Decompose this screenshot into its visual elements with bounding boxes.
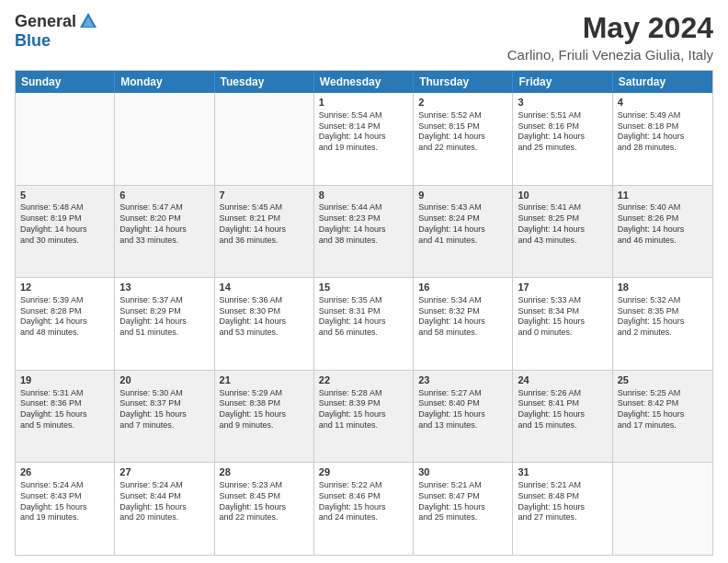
cell-info: Sunrise: 5:24 AM Sunset: 8:43 PM Dayligh… <box>20 480 109 523</box>
logo-general: General <box>15 12 76 31</box>
calendar-cell <box>613 463 712 555</box>
cell-number: 11 <box>618 189 708 202</box>
cell-number: 23 <box>418 373 507 387</box>
calendar-cell: 14Sunrise: 5:36 AM Sunset: 8:30 PM Dayli… <box>215 278 314 370</box>
cell-number: 26 <box>20 465 109 479</box>
cell-number: 29 <box>319 465 408 479</box>
calendar-cell: 17Sunrise: 5:33 AM Sunset: 8:34 PM Dayli… <box>513 278 612 370</box>
cell-number: 30 <box>418 465 507 479</box>
calendar-cell: 7Sunrise: 5:45 AM Sunset: 8:21 PM Daylig… <box>215 186 314 278</box>
cell-number: 6 <box>119 189 209 202</box>
calendar-cell: 15Sunrise: 5:35 AM Sunset: 8:31 PM Dayli… <box>314 278 414 370</box>
calendar-cell: 24Sunrise: 5:26 AM Sunset: 8:41 PM Dayli… <box>513 371 612 463</box>
cell-info: Sunrise: 5:22 AM Sunset: 8:46 PM Dayligh… <box>319 480 408 523</box>
calendar-cell: 1Sunrise: 5:54 AM Sunset: 8:14 PM Daylig… <box>314 93 414 185</box>
cell-info: Sunrise: 5:24 AM Sunset: 8:44 PM Dayligh… <box>119 480 209 523</box>
cell-info: Sunrise: 5:52 AM Sunset: 8:15 PM Dayligh… <box>418 110 507 154</box>
calendar-cell: 9Sunrise: 5:43 AM Sunset: 8:24 PM Daylig… <box>414 186 513 278</box>
cell-number: 4 <box>618 96 708 109</box>
cell-info: Sunrise: 5:29 AM Sunset: 8:38 PM Dayligh… <box>220 388 309 431</box>
cell-number: 7 <box>220 189 309 202</box>
calendar-cell <box>16 93 115 185</box>
calendar-cell: 31Sunrise: 5:21 AM Sunset: 8:48 PM Dayli… <box>513 463 612 555</box>
calendar-cell: 2Sunrise: 5:52 AM Sunset: 8:15 PM Daylig… <box>414 93 513 185</box>
cell-number: 13 <box>119 281 209 294</box>
cell-info: Sunrise: 5:39 AM Sunset: 8:28 PM Dayligh… <box>20 295 109 339</box>
day-header: Saturday <box>613 71 712 93</box>
cell-number: 22 <box>319 373 408 387</box>
cell-info: Sunrise: 5:43 AM Sunset: 8:24 PM Dayligh… <box>418 202 507 246</box>
cell-info: Sunrise: 5:32 AM Sunset: 8:35 PM Dayligh… <box>618 295 708 339</box>
cell-info: Sunrise: 5:48 AM Sunset: 8:19 PM Dayligh… <box>20 202 109 246</box>
day-header: Thursday <box>414 71 513 93</box>
calendar-cell: 8Sunrise: 5:44 AM Sunset: 8:23 PM Daylig… <box>314 186 414 278</box>
cell-info: Sunrise: 5:25 AM Sunset: 8:42 PM Dayligh… <box>618 388 708 431</box>
cell-number: 18 <box>618 281 708 294</box>
logo: General Blue <box>15 11 98 51</box>
main-title: May 2024 <box>507 11 713 45</box>
calendar-cell: 28Sunrise: 5:23 AM Sunset: 8:45 PM Dayli… <box>215 463 314 555</box>
calendar-row: 26Sunrise: 5:24 AM Sunset: 8:43 PM Dayli… <box>16 462 712 555</box>
cell-number: 9 <box>418 189 507 202</box>
cell-info: Sunrise: 5:51 AM Sunset: 8:16 PM Dayligh… <box>518 110 607 154</box>
calendar-cell: 18Sunrise: 5:32 AM Sunset: 8:35 PM Dayli… <box>613 278 712 370</box>
title-section: May 2024 Carlino, Friuli Venezia Giulia,… <box>507 11 713 63</box>
cell-number: 2 <box>418 96 507 109</box>
day-header: Wednesday <box>314 71 414 93</box>
calendar-row: 5Sunrise: 5:48 AM Sunset: 8:19 PM Daylig… <box>16 185 712 278</box>
day-header: Tuesday <box>215 71 314 93</box>
cell-info: Sunrise: 5:30 AM Sunset: 8:37 PM Dayligh… <box>119 388 209 431</box>
cell-number: 17 <box>518 281 607 294</box>
cell-info: Sunrise: 5:47 AM Sunset: 8:20 PM Dayligh… <box>119 202 209 246</box>
day-headers: SundayMondayTuesdayWednesdayThursdayFrid… <box>16 71 712 93</box>
cell-info: Sunrise: 5:23 AM Sunset: 8:45 PM Dayligh… <box>220 480 309 523</box>
cell-info: Sunrise: 5:45 AM Sunset: 8:21 PM Dayligh… <box>220 202 309 246</box>
cell-info: Sunrise: 5:28 AM Sunset: 8:39 PM Dayligh… <box>319 388 408 431</box>
cell-number: 21 <box>220 373 309 387</box>
calendar-cell: 12Sunrise: 5:39 AM Sunset: 8:28 PM Dayli… <box>16 278 115 370</box>
cell-number: 16 <box>418 281 507 294</box>
calendar-cell: 11Sunrise: 5:40 AM Sunset: 8:26 PM Dayli… <box>613 186 712 278</box>
cell-info: Sunrise: 5:33 AM Sunset: 8:34 PM Dayligh… <box>518 295 607 339</box>
day-header: Monday <box>115 71 214 93</box>
cell-number: 5 <box>20 189 109 202</box>
calendar-cell: 6Sunrise: 5:47 AM Sunset: 8:20 PM Daylig… <box>115 186 214 278</box>
cell-number: 20 <box>119 373 209 387</box>
cell-number: 1 <box>319 96 408 109</box>
cell-number: 3 <box>518 96 607 109</box>
calendar-cell: 26Sunrise: 5:24 AM Sunset: 8:43 PM Dayli… <box>16 463 115 555</box>
calendar-cell: 10Sunrise: 5:41 AM Sunset: 8:25 PM Dayli… <box>513 186 612 278</box>
calendar: SundayMondayTuesdayWednesdayThursdayFrid… <box>15 70 713 556</box>
cell-number: 28 <box>220 465 309 479</box>
cell-info: Sunrise: 5:49 AM Sunset: 8:18 PM Dayligh… <box>618 110 708 154</box>
cell-number: 24 <box>518 373 607 387</box>
calendar-row: 19Sunrise: 5:31 AM Sunset: 8:36 PM Dayli… <box>16 370 712 463</box>
cell-info: Sunrise: 5:35 AM Sunset: 8:31 PM Dayligh… <box>319 295 408 339</box>
calendar-cell: 25Sunrise: 5:25 AM Sunset: 8:42 PM Dayli… <box>613 371 712 463</box>
calendar-cell: 29Sunrise: 5:22 AM Sunset: 8:46 PM Dayli… <box>314 463 414 555</box>
cell-info: Sunrise: 5:54 AM Sunset: 8:14 PM Dayligh… <box>319 110 408 154</box>
cell-info: Sunrise: 5:21 AM Sunset: 8:48 PM Dayligh… <box>518 480 607 523</box>
cell-info: Sunrise: 5:44 AM Sunset: 8:23 PM Dayligh… <box>319 202 408 246</box>
cell-number: 25 <box>618 373 708 387</box>
calendar-cell: 4Sunrise: 5:49 AM Sunset: 8:18 PM Daylig… <box>613 93 712 185</box>
calendar-cell: 19Sunrise: 5:31 AM Sunset: 8:36 PM Dayli… <box>16 371 115 463</box>
calendar-cell: 5Sunrise: 5:48 AM Sunset: 8:19 PM Daylig… <box>16 186 115 278</box>
calendar-cell: 23Sunrise: 5:27 AM Sunset: 8:40 PM Dayli… <box>414 371 513 463</box>
calendar-cell: 13Sunrise: 5:37 AM Sunset: 8:29 PM Dayli… <box>115 278 214 370</box>
day-header: Sunday <box>16 71 115 93</box>
calendar-cell: 20Sunrise: 5:30 AM Sunset: 8:37 PM Dayli… <box>115 371 214 463</box>
calendar-cell: 27Sunrise: 5:24 AM Sunset: 8:44 PM Dayli… <box>115 463 214 555</box>
calendar-cell <box>115 93 214 185</box>
cell-info: Sunrise: 5:41 AM Sunset: 8:25 PM Dayligh… <box>518 202 607 246</box>
cell-number: 8 <box>319 189 408 202</box>
calendar-cell: 3Sunrise: 5:51 AM Sunset: 8:16 PM Daylig… <box>513 93 612 185</box>
cell-info: Sunrise: 5:36 AM Sunset: 8:30 PM Dayligh… <box>220 295 309 339</box>
day-header: Friday <box>513 71 612 93</box>
calendar-cell: 16Sunrise: 5:34 AM Sunset: 8:32 PM Dayli… <box>414 278 513 370</box>
cell-info: Sunrise: 5:40 AM Sunset: 8:26 PM Dayligh… <box>618 202 708 246</box>
cell-info: Sunrise: 5:21 AM Sunset: 8:47 PM Dayligh… <box>418 480 507 523</box>
calendar-row: 1Sunrise: 5:54 AM Sunset: 8:14 PM Daylig… <box>16 93 712 185</box>
cell-info: Sunrise: 5:27 AM Sunset: 8:40 PM Dayligh… <box>418 388 507 431</box>
calendar-row: 12Sunrise: 5:39 AM Sunset: 8:28 PM Dayli… <box>16 277 712 370</box>
